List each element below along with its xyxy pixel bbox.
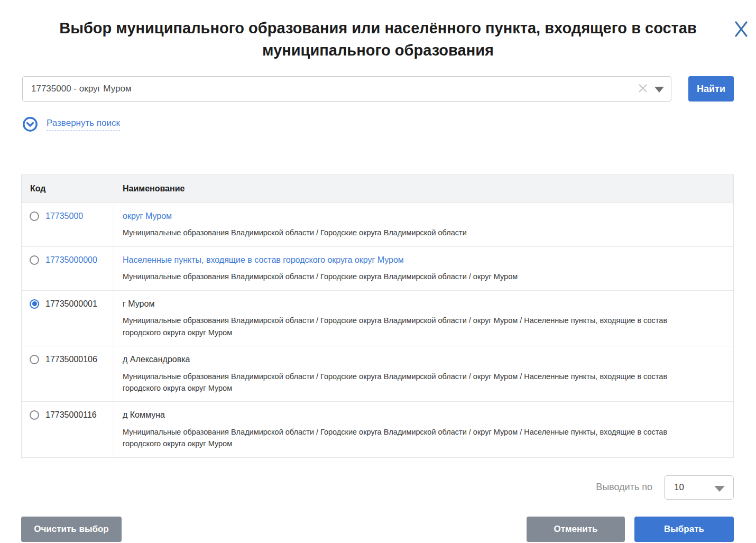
radio-button[interactable]	[30, 255, 39, 265]
find-button[interactable]: Найти	[688, 76, 734, 102]
circle-chevron-down-icon[interactable]	[22, 116, 38, 132]
close-icon[interactable]	[733, 20, 750, 37]
code-link[interactable]: 17735000	[45, 210, 83, 222]
clear-icon[interactable]	[638, 83, 648, 94]
column-header-code: Код	[22, 175, 114, 203]
name-label: д Коммуна	[123, 409, 721, 421]
code-link[interactable]: 17735000000	[45, 254, 97, 266]
table-row[interactable]: 17735000 округ Муром Муниципальные образ…	[22, 203, 733, 246]
chevron-down-icon[interactable]	[654, 87, 664, 93]
results-table: Код Наименование 17735000 округ Муром Му…	[21, 174, 734, 458]
municipality-select-dialog: Выбор муниципального образования или нас…	[0, 17, 756, 543]
hierarchy-path: Муниципальные образования Владимирской о…	[123, 315, 704, 338]
name-cell: д Коммуна Муниципальные образования Влад…	[114, 402, 733, 457]
select-button[interactable]: Выбрать	[634, 517, 734, 542]
table-row[interactable]: 17735000106 д Александровка Муниципальны…	[22, 346, 733, 401]
name-label: г Муром	[123, 298, 721, 310]
name-cell: г Муром Муниципальные образования Владим…	[114, 291, 733, 346]
search-row: Найти	[22, 76, 735, 102]
column-header-name: Наименование	[114, 175, 733, 203]
table-row[interactable]: 17735000000 Населенные пункты, входящие …	[22, 246, 733, 290]
code-label: 17735000116	[45, 409, 97, 421]
radio-button-selected[interactable]	[30, 299, 39, 309]
name-link[interactable]: округ Муром	[123, 210, 721, 222]
pagination-row: Выводить по 10	[0, 475, 734, 500]
clear-selection-button[interactable]: Очистить выбор	[21, 517, 122, 542]
expand-search-row: Развернуть поиск	[22, 116, 756, 132]
hierarchy-path: Муниципальные образования Владимирской о…	[123, 227, 704, 238]
radio-button[interactable]	[30, 410, 39, 420]
name-label: д Александровка	[123, 354, 721, 365]
search-input[interactable]	[22, 76, 671, 102]
page-size-label: Выводить по	[596, 482, 652, 493]
name-cell: д Александровка Муниципальные образовани…	[114, 346, 733, 401]
radio-button[interactable]	[30, 355, 39, 364]
code-cell: 17735000001	[22, 291, 114, 346]
table-header: Код Наименование	[22, 175, 733, 203]
table-row[interactable]: 17735000001 г Муром Муниципальные образо…	[22, 290, 733, 346]
page-size-value: 10	[674, 482, 684, 493]
page-size-select[interactable]: 10	[664, 475, 734, 500]
hierarchy-path: Муниципальные образования Владимирской о…	[123, 271, 704, 282]
radio-button[interactable]	[30, 211, 39, 221]
name-cell: Населенные пункты, входящие в состав гор…	[114, 247, 733, 290]
hierarchy-path: Муниципальные образования Владимирской о…	[123, 371, 704, 394]
search-combobox	[22, 76, 671, 102]
chevron-down-icon	[714, 486, 725, 492]
code-cell: 17735000000	[22, 247, 114, 290]
name-cell: округ Муром Муниципальные образования Вл…	[114, 203, 733, 246]
code-cell: 17735000106	[22, 346, 114, 401]
expand-search-link[interactable]: Развернуть поиск	[47, 118, 120, 131]
code-label: 17735000001	[45, 298, 97, 310]
footer-buttons: Очистить выбор Отменить Выбрать	[21, 517, 734, 542]
code-label: 17735000106	[45, 354, 97, 365]
hierarchy-path: Муниципальные образования Владимирской о…	[123, 426, 704, 450]
cancel-button[interactable]: Отменить	[527, 517, 625, 542]
code-cell: 17735000	[22, 203, 114, 246]
code-cell: 17735000116	[22, 402, 114, 457]
table-row[interactable]: 17735000116 д Коммуна Муниципальные обра…	[22, 401, 733, 457]
page-title: Выбор муниципального образования или нас…	[26, 17, 730, 61]
name-link[interactable]: Населенные пункты, входящие в состав гор…	[123, 254, 721, 266]
